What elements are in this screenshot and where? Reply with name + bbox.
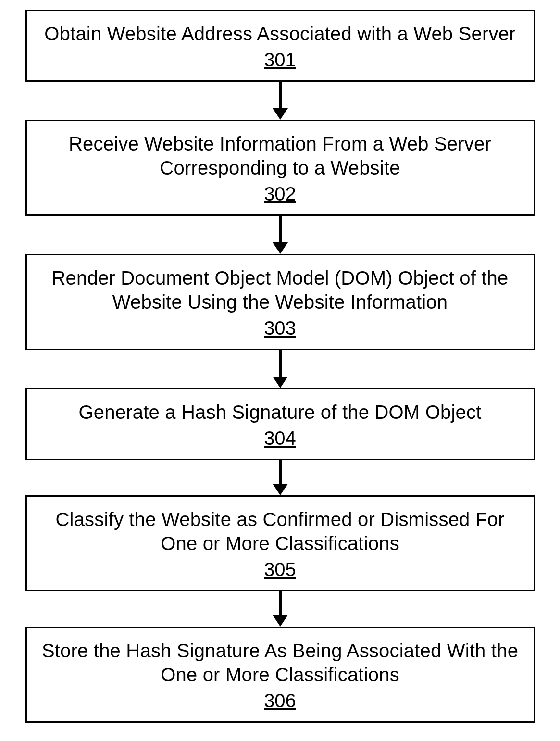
flow-step-id: 302 <box>41 182 519 206</box>
arrow-head-icon <box>273 377 288 388</box>
flow-step-id: 301 <box>41 48 519 72</box>
flow-step-label: Classify the Website as Confirmed or Dis… <box>41 507 519 555</box>
arrow-icon <box>273 460 288 495</box>
flow-step-302: Receive Website Information From a Web S… <box>25 120 535 216</box>
arrow-icon <box>273 82 288 120</box>
arrow-shaft <box>279 216 282 243</box>
arrow-shaft <box>279 350 282 377</box>
arrow-head-icon <box>273 484 288 495</box>
arrow-head-icon <box>273 242 288 254</box>
flow-step-303: Render Document Object Model (DOM) Objec… <box>25 254 535 350</box>
flowchart: Obtain Website Address Associated with a… <box>0 0 560 723</box>
flow-step-label: Render Document Object Model (DOM) Objec… <box>41 266 519 314</box>
flow-step-301: Obtain Website Address Associated with a… <box>25 10 535 82</box>
flow-step-label: Obtain Website Address Associated with a… <box>41 22 519 46</box>
flow-step-306: Store the Hash Signature As Being Associ… <box>25 627 535 723</box>
arrow-shaft <box>279 460 282 484</box>
flowchart-canvas: Obtain Website Address Associated with a… <box>0 0 560 741</box>
flow-step-label: Store the Hash Signature As Being Associ… <box>41 639 519 687</box>
arrow-icon <box>273 591 288 627</box>
arrow-shaft <box>279 591 282 615</box>
flow-step-id: 306 <box>41 689 519 713</box>
flow-step-id: 305 <box>41 557 519 581</box>
flow-step-label: Generate a Hash Signature of the DOM Obj… <box>41 400 519 424</box>
arrow-head-icon <box>273 615 288 627</box>
arrow-head-icon <box>273 108 288 120</box>
flow-step-id: 303 <box>41 316 519 340</box>
flow-step-305: Classify the Website as Confirmed or Dis… <box>25 495 535 591</box>
flow-step-id: 304 <box>41 426 519 450</box>
arrow-icon <box>273 216 288 254</box>
flow-step-label: Receive Website Information From a Web S… <box>41 132 519 180</box>
flow-step-304: Generate a Hash Signature of the DOM Obj… <box>25 388 535 460</box>
arrow-shaft <box>279 82 282 109</box>
arrow-icon <box>273 350 288 388</box>
